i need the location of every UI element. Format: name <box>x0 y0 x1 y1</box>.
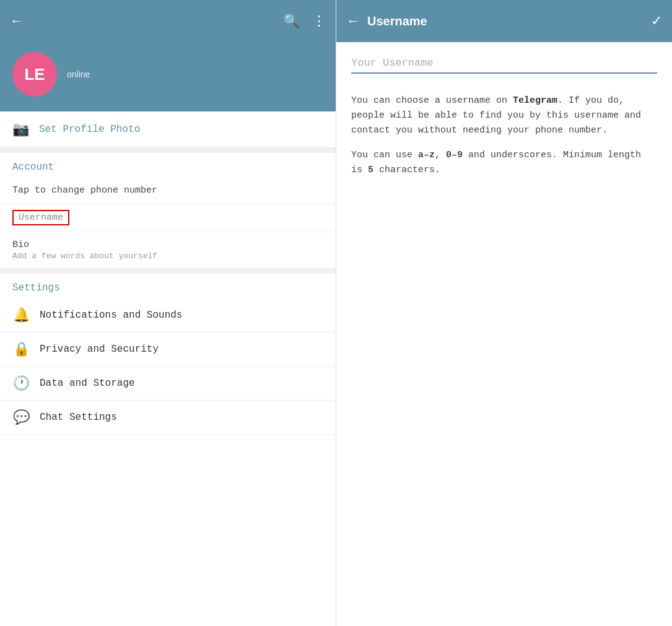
username-input[interactable] <box>351 57 657 74</box>
description-section: You can choose a username on Telegram. I… <box>336 84 672 188</box>
notifications-sounds-row[interactable]: 🔔 Notifications and Sounds <box>0 298 336 333</box>
section-divider-1 <box>0 148 336 153</box>
lock-icon: 🔒 <box>12 341 30 357</box>
bell-icon: 🔔 <box>12 307 30 323</box>
set-photo-label: Set Profile Photo <box>39 124 140 135</box>
clock-icon: 🕐 <box>12 375 30 391</box>
section-divider-2 <box>0 269 336 274</box>
desc-text-2: You can use a–z, 0–9 and underscores. Mi… <box>351 148 657 178</box>
right-back-icon[interactable]: ← <box>346 13 360 29</box>
bio-label: Bio <box>12 240 323 250</box>
search-icon[interactable]: 🔍 <box>283 13 300 29</box>
privacy-label: Privacy and Security <box>40 344 159 355</box>
profile-section: LE online <box>0 42 336 111</box>
set-profile-photo-row[interactable]: 📷 Set Profile Photo <box>0 111 336 148</box>
username-input-section <box>336 42 672 84</box>
chat-settings-label: Chat Settings <box>40 412 117 423</box>
chat-settings-row[interactable]: 💬 Chat Settings <box>0 401 336 435</box>
bio-item[interactable]: Bio Add a few words about yourself <box>0 232 336 269</box>
left-header: ← 🔍 ⋮ <box>0 0 336 42</box>
username-label: Username <box>12 210 69 225</box>
back-icon[interactable]: ← <box>10 13 24 29</box>
left-panel: ← 🔍 ⋮ LE online 📷 Set Profile Photo Acco… <box>0 0 336 626</box>
profile-status: online <box>67 69 90 79</box>
right-header-left: ← Username <box>346 13 427 29</box>
phone-label: Tap to change phone number <box>12 185 323 196</box>
data-storage-label: Data and Storage <box>40 378 135 389</box>
right-panel: ← Username ✓ You can choose a username o… <box>336 0 672 626</box>
privacy-security-row[interactable]: 🔒 Privacy and Security <box>0 333 336 367</box>
username-row[interactable]: Username <box>0 204 336 232</box>
chat-icon: 💬 <box>12 409 30 425</box>
check-icon[interactable]: ✓ <box>651 13 662 29</box>
right-header: ← Username ✓ <box>336 0 672 42</box>
phone-number-item[interactable]: Tap to change phone number <box>0 178 336 204</box>
more-icon[interactable]: ⋮ <box>312 13 326 29</box>
notifications-label: Notifications and Sounds <box>40 310 182 321</box>
right-header-title: Username <box>367 14 427 28</box>
desc-text-1: You can choose a username on Telegram. I… <box>351 93 657 138</box>
data-storage-row[interactable]: 🕐 Data and Storage ©LEESHARING <box>0 367 336 401</box>
camera-icon: 📷 <box>12 121 29 137</box>
bio-sublabel: Add a few words about yourself <box>12 251 323 261</box>
settings-heading: Settings <box>0 274 336 298</box>
account-heading: Account <box>0 153 336 178</box>
avatar: LE <box>12 52 57 97</box>
profile-info: online <box>67 69 90 79</box>
